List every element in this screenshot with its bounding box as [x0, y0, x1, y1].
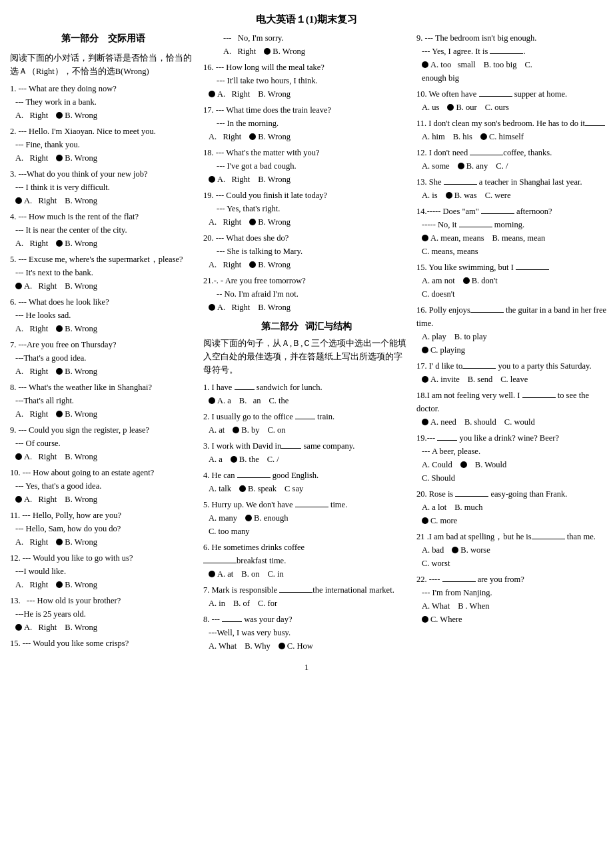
- q17: 17. --- What time does the train leave? …: [203, 103, 410, 143]
- column-3: 9. --- The bedroom isn't big enough. ---…: [416, 31, 610, 629]
- q12: 12. --- Would you like to go with us? --…: [10, 551, 197, 591]
- p2q3: 3. I work with David in same company. A.…: [203, 439, 410, 466]
- c3q20: 20. Rose is easy-going than Frank. A. a …: [416, 487, 610, 527]
- q21: 21.-. - Are you free tomorrow? -- No. I'…: [203, 274, 410, 314]
- c3q13: 13. She a teacher in Shanghai last year.…: [416, 175, 610, 202]
- p2q8: 8. --- was your day? ---Well, I was very…: [203, 613, 410, 653]
- q20: 20. --- What does she do? --- She is tal…: [203, 231, 410, 271]
- q5: 5. --- Excuse me, where's the supermarke…: [10, 253, 197, 293]
- c3q22: 22. ---- are you from? --- I'm from Nanj…: [416, 573, 610, 626]
- p2q2: 2. I usually go to the office train. A. …: [203, 410, 410, 437]
- page-title: 电大英语１(1)期末复习: [10, 13, 603, 26]
- c3q12: 12. I don't need coffee, thanks. A. some…: [416, 146, 610, 173]
- q15-start: 15. --- Would you like some crisps?: [10, 637, 197, 650]
- q16: 16. --- How long will the meal take? ---…: [203, 61, 410, 101]
- c3q16: 16. Polly enjoys the guitar in a band in…: [416, 303, 610, 357]
- q11: 11. --- Hello, Polly, how are you? --- H…: [10, 509, 197, 549]
- q10: 10. --- How about going to an estate age…: [10, 466, 197, 506]
- q9: 9. --- Could you sign the register, p le…: [10, 423, 197, 463]
- q2: 2. --- Hello. I'm Xiaoyan. Nice to meet …: [10, 125, 197, 165]
- q8: 8. --- What's the weather like in Shangh…: [10, 381, 197, 421]
- p2q4: 4. He can good English. A. talk B. speak…: [203, 469, 410, 495]
- part1-instructions: 阅读下面的小对话，判断答语是否恰当，恰当的选Ａ（Right），不恰当的选B(Wr…: [10, 51, 197, 78]
- q19: 19. --- Could you finish it late today? …: [203, 189, 410, 229]
- c3q17: 17. I' d like to you to a party this Sat…: [416, 359, 610, 386]
- q7: 7. ---Are you free on Thursday? ---That'…: [10, 338, 197, 378]
- part1-title: 第一部分 交际用语: [10, 31, 197, 46]
- c3q10: 10. We often have supper at home. A. us …: [416, 87, 610, 114]
- q1: 1. --- What are they doing now? --- They…: [10, 82, 197, 122]
- q13: 13. --- How old is your brother? ---He i…: [10, 594, 197, 634]
- part2-title: 第二部分 词汇与结构: [203, 319, 410, 334]
- p2q1: 1. I have sandwich for lunch. A. a B. an…: [203, 381, 410, 407]
- column-2: --- No, I'm sorry. A. Right B. Wrong 16.…: [203, 31, 410, 655]
- p2q7: 7. Mark is responsible the international…: [203, 583, 410, 610]
- p2q5: 5. Hurry up. We don't have time. A. many…: [203, 498, 410, 538]
- page-number: 1: [10, 662, 603, 673]
- q15-cont: --- No, I'm sorry. A. Right B. Wrong: [203, 31, 410, 58]
- c3q15: 15. You like swimming, but I A. am not B…: [416, 261, 610, 301]
- q6: 6. --- What does he look like? --- He lo…: [10, 295, 197, 335]
- column-1: 第一部分 交际用语 阅读下面的小对话，判断答语是否恰当，恰当的选Ａ（Right）…: [10, 31, 197, 653]
- p2q6: 6. He sometimes drinks coffee breakfast …: [203, 541, 410, 581]
- c3q19: 19.--- you like a drink? wine? Beer? ---…: [416, 431, 610, 485]
- q4: 4. --- How much is the rent of the flat?…: [10, 210, 197, 250]
- c3q21: 21 .I am bad at spelling，but he is than …: [416, 530, 610, 570]
- c3q11: 11. I don't clean my son's bedroom. He h…: [416, 117, 610, 143]
- q18: 18. --- What's the matter with you? --- …: [203, 146, 410, 186]
- c3q14: 14.----- Does "am" afternoon? ----- No, …: [416, 205, 610, 258]
- c3q18: 18.I am not feeling very well. I to see …: [416, 389, 610, 429]
- c3q9: 9. --- The bedroom isn't big enough. ---…: [416, 31, 610, 85]
- q3: 3. ---What do you think of your new job?…: [10, 167, 197, 207]
- part2-instructions: 阅读下面的句子，从Ａ,Ｂ,Ｃ三个选项中选出一个能填入空白处的最佳选项，并在答题纸…: [203, 337, 410, 377]
